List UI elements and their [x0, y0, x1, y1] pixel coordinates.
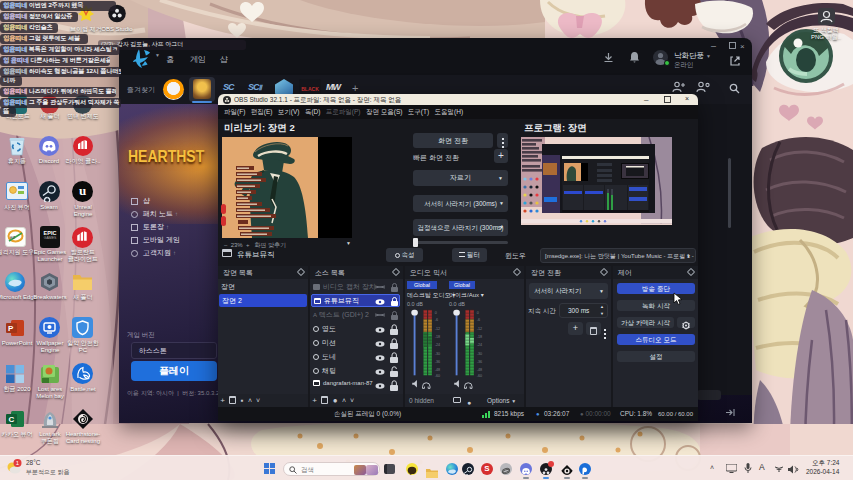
svg-text:-36: -36: [435, 360, 440, 364]
svg-text:P: P: [8, 324, 14, 333]
svg-text:-48: -48: [435, 368, 440, 372]
svg-text:-18: -18: [477, 335, 482, 339]
svg-text:-6: -6: [435, 318, 438, 322]
svg-text:0: 0: [435, 311, 437, 315]
svg-text:ez: ez: [10, 234, 16, 240]
svg-text:-48: -48: [477, 368, 482, 372]
svg-text:-30: -30: [477, 352, 482, 356]
svg-text:0: 0: [477, 311, 479, 315]
svg-text:C: C: [9, 415, 15, 424]
svg-text:-30: -30: [435, 352, 440, 356]
svg-text:-12: -12: [477, 327, 482, 331]
svg-text:-36: -36: [477, 360, 482, 364]
svg-text:-18: -18: [435, 335, 440, 339]
svg-text:-60: -60: [435, 374, 440, 378]
svg-text:-24: -24: [477, 343, 482, 347]
svg-text:-24: -24: [435, 343, 440, 347]
svg-text:-12: -12: [435, 327, 440, 331]
svg-text:-6: -6: [477, 318, 480, 322]
svg-text:-60: -60: [477, 374, 482, 378]
